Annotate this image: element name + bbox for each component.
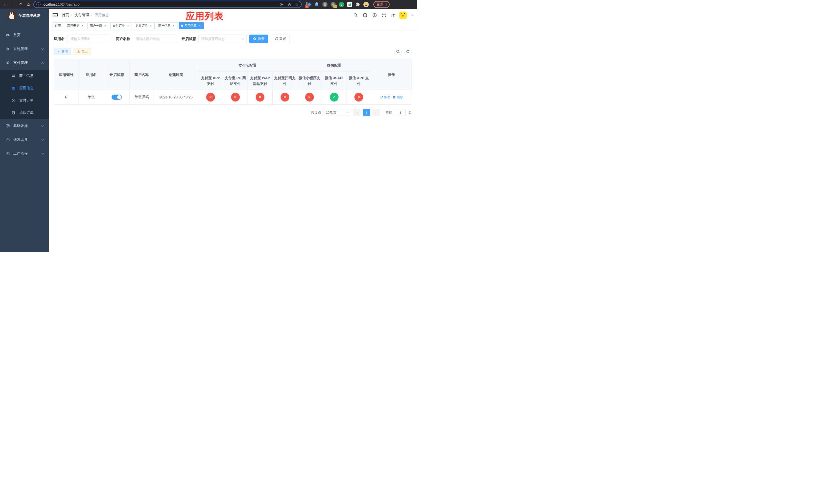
page-number-1[interactable]: 1 [363, 109, 370, 116]
tab-user-group[interactable]: 用户分组✕ [87, 22, 109, 29]
extension-badge: 1 [333, 5, 337, 8]
extension-y-icon[interactable]: y [338, 2, 344, 7]
bookmark-star-icon[interactable]: ☆ [295, 2, 299, 7]
user-avatar[interactable] [399, 12, 407, 19]
tab-pay-order[interactable]: 支付订单✕ [110, 22, 132, 29]
browser-back-button[interactable]: ← [2, 1, 9, 8]
col-header-wx-mini: 微信小程序支付 [297, 72, 322, 90]
extension-profile-icon[interactable]: 1 [330, 2, 336, 7]
app-name-input[interactable] [67, 35, 111, 43]
tab-home[interactable]: 首页 [52, 22, 63, 29]
toolbox-icon [5, 138, 10, 142]
yen-icon: ¥ [5, 61, 10, 65]
share-icon[interactable] [287, 2, 291, 7]
app-name-label: 应用名 [54, 37, 65, 41]
close-icon[interactable]: ✕ [198, 24, 201, 27]
store-icon [11, 74, 16, 78]
chevron-up-icon [41, 62, 44, 64]
address-bar[interactable]: i localhost:1024/pay/app ☆ [33, 1, 302, 8]
refresh-table-button[interactable] [404, 48, 412, 55]
sidebar-item-app-info[interactable]: 应用信息 [0, 82, 49, 94]
col-header-app-id: 应用编号 [54, 59, 79, 90]
extension-emoji-icon[interactable] [363, 2, 369, 7]
browser-reload-button[interactable]: ↻ [18, 1, 24, 8]
browser-forward-button[interactable]: → [10, 1, 16, 8]
delete-link[interactable]: 删除 [393, 95, 403, 99]
refresh-icon [406, 50, 410, 53]
refresh-icon [275, 37, 278, 41]
extensions-puzzle-icon[interactable] [355, 2, 360, 7]
close-icon[interactable]: ✕ [127, 24, 130, 27]
close-icon[interactable]: ✕ [104, 24, 107, 27]
tab-app-info[interactable]: 应用信息✕ [179, 22, 204, 29]
sidebar-item-workflow[interactable]: 工作流程 [0, 147, 49, 160]
app-title: 芋道管理系统 [19, 13, 40, 18]
close-icon[interactable]: ✕ [81, 24, 84, 27]
sidebar-item-payment[interactable]: ¥ 支付管理 [0, 56, 49, 70]
user-menu-caret-icon[interactable] [411, 15, 413, 16]
sidebar-logo[interactable]: 芋道管理系统 [0, 9, 49, 23]
enabled-toggle[interactable] [112, 95, 122, 100]
toggle-search-button[interactable] [394, 48, 402, 55]
fullscreen-icon[interactable] [381, 13, 387, 18]
prev-page-button[interactable]: ‹ [353, 109, 360, 116]
cell-created: 2021-10-23 08:49:25 [154, 90, 198, 105]
close-icon[interactable]: ✕ [149, 24, 152, 27]
add-button[interactable]: ＋ 新增 [54, 48, 71, 55]
sidebar-item-system[interactable]: 系统管理 [0, 42, 49, 56]
group-header-alipay: 支付宝配置 [198, 59, 297, 72]
page-size-select[interactable]: 10条/页 [324, 109, 351, 116]
next-page-button[interactable]: › [372, 109, 379, 116]
header-search-icon[interactable] [353, 13, 358, 18]
search-icon [396, 50, 400, 53]
svg-text:¥: ¥ [13, 99, 14, 102]
password-key-icon[interactable] [280, 2, 284, 7]
site-info-icon[interactable]: i [37, 2, 41, 6]
page-annotation-title: 应用列表 [186, 10, 224, 23]
page-unit-label: 页 [409, 110, 412, 115]
extension-command-icon[interactable]: ⌘ [322, 2, 328, 7]
logo-image [8, 12, 16, 20]
browser-update-button[interactable]: 更新 [373, 1, 390, 8]
extension-axure-icon[interactable]: 10 [306, 2, 311, 7]
edit-link[interactable]: 修改 [380, 95, 390, 99]
sidebar-item-merchant-info[interactable]: 商户信息 [0, 70, 49, 82]
search-icon [253, 37, 257, 41]
help-icon[interactable] [372, 13, 377, 18]
app-table: 应用编号 应用名 开启状态 商户名称 创建时间 支付宝配置 微信配置 操作 支付… [54, 59, 412, 105]
sidebar-item-refund-order[interactable]: 退款订单 [0, 107, 49, 119]
briefcase-icon [5, 152, 10, 156]
font-size-icon[interactable]: TT [391, 13, 395, 18]
close-icon[interactable]: ✕ [172, 24, 175, 27]
chevron-down-icon [241, 38, 244, 40]
reset-button[interactable]: 重置 [271, 35, 290, 43]
sidebar-item-devtools[interactable]: 研发工具 [0, 133, 49, 147]
extension-balloon-icon[interactable] [314, 2, 320, 7]
col-header-status: 开启状态 [104, 59, 130, 90]
browser-menu-icon[interactable] [386, 3, 387, 6]
breadcrumb-payment[interactable]: 支付管理 [74, 13, 89, 18]
status-select[interactable]: 请选择开启状态 [198, 35, 247, 43]
tab-refund-order[interactable]: 退款订单✕ [133, 22, 155, 29]
github-icon[interactable] [363, 13, 368, 18]
merchant-name-input[interactable] [133, 35, 177, 43]
chevron-down-icon [346, 112, 349, 113]
page-container: 应用名 商户名称 开启状态 请选择开启状态 搜索 重置 [49, 30, 417, 252]
sidebar-item-infra[interactable]: 基础设施 [0, 119, 49, 133]
col-header-ops: 操作 [371, 59, 412, 90]
col-header-wx-jsapi: 微信 JSAPI 支付 [322, 72, 347, 90]
sidebar-collapse-icon[interactable] [52, 13, 58, 18]
sidebar-item-pay-order[interactable]: ¥ 支付订单 [0, 94, 49, 107]
goto-page-input[interactable] [395, 109, 406, 116]
search-button[interactable]: 搜索 [249, 35, 268, 43]
col-header-alipay-wap: 支付宝 WAP 网站支付 [248, 72, 272, 90]
col-header-created: 创建时间 [154, 59, 198, 90]
tab-process-form[interactable]: 流程表单✕ [65, 22, 86, 29]
alipay-app-status-icon: ✕ [206, 93, 215, 101]
sidebar-item-home[interactable]: 首页 [0, 28, 49, 42]
breadcrumb-home[interactable]: 首页 [62, 13, 69, 18]
tab-merchant-info[interactable]: 商户信息✕ [156, 22, 177, 29]
extension-chart-icon[interactable] [347, 2, 352, 7]
browser-home-button[interactable]: ⌂ [25, 1, 32, 8]
export-button[interactable]: 导出 [73, 48, 91, 55]
